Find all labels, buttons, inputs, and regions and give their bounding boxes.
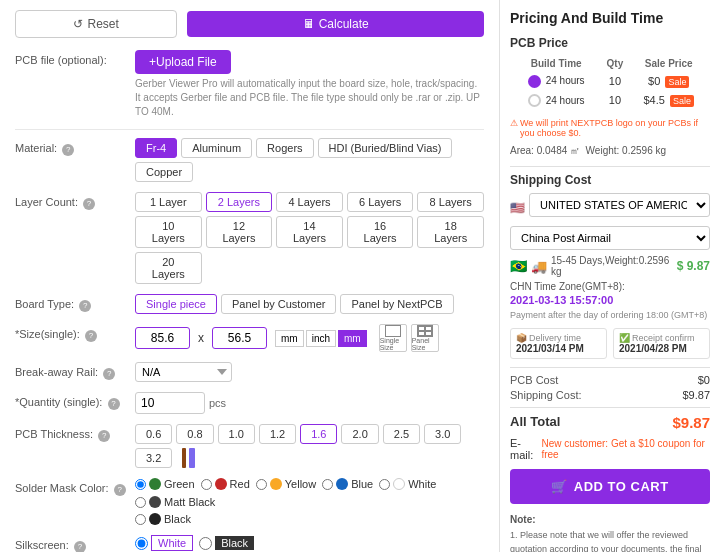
layer-4[interactable]: 4 Layers <box>276 192 343 212</box>
pcs-label: pcs <box>209 397 226 409</box>
material-hdi[interactable]: HDI (Buried/Blind Vias) <box>318 138 453 158</box>
calculate-label: Calculate <box>319 17 369 31</box>
color-blue[interactable]: Blue <box>322 478 373 490</box>
board-single[interactable]: Single piece <box>135 294 217 314</box>
color-red[interactable]: Red <box>201 478 250 490</box>
color-green[interactable]: Green <box>135 478 195 490</box>
thickness-0.6[interactable]: 0.6 <box>135 424 172 444</box>
thickness-label: PCB Thickness: ? <box>15 424 135 442</box>
calculate-button[interactable]: 🖩 Calculate <box>187 11 484 37</box>
shipping-section: Shipping Cost 🇺🇸 UNITED STATES OF AMERIC… <box>510 173 710 359</box>
layer-18[interactable]: 18 Layers <box>417 216 484 248</box>
pcb-cost-value: $0 <box>698 374 710 386</box>
layer-10[interactable]: 10 Layers <box>135 216 202 248</box>
layer-8[interactable]: 8 Layers <box>417 192 484 212</box>
thickness-3.0[interactable]: 3.0 <box>424 424 461 444</box>
all-total-label: All Total <box>510 414 560 431</box>
color-yellow-radio[interactable] <box>256 479 267 490</box>
all-total-row: All Total $9.87 <box>510 414 710 431</box>
unit-mm2-btn[interactable]: mm <box>338 330 367 347</box>
price-row-1[interactable]: 24 hours 10 $0 Sale <box>510 71 710 91</box>
color-yellow[interactable]: Yellow <box>256 478 316 490</box>
layer-20[interactable]: 20 Layers <box>135 252 202 284</box>
solder-mask-row: Solder Mask Color: ? Green Red <box>15 478 484 525</box>
layer-1[interactable]: 1 Layer <box>135 192 202 212</box>
board-panel-customer[interactable]: Panel by Customer <box>221 294 337 314</box>
thickness-1.2[interactable]: 1.2 <box>259 424 296 444</box>
thickness-2.0[interactable]: 2.0 <box>341 424 378 444</box>
layer-6[interactable]: 6 Layers <box>347 192 414 212</box>
color-yellow-circle <box>270 478 282 490</box>
color-black[interactable]: Black <box>135 513 484 525</box>
material-fr4[interactable]: Fr-4 <box>135 138 177 158</box>
toolbar: ↺ Reset 🖩 Calculate <box>15 10 484 38</box>
country-select[interactable]: UNITED STATES OF AMERICA <box>529 193 710 217</box>
silk-black[interactable]: Black <box>199 535 254 551</box>
board-type-label: Board Type: ? <box>15 294 135 312</box>
shipping-cost-label: Shipping Cost: <box>510 389 582 401</box>
quantity-label: *Quantity (single): ? <box>15 392 135 410</box>
layer-12[interactable]: 12 Layers <box>206 216 273 248</box>
reset-button[interactable]: ↺ Reset <box>15 10 177 38</box>
color-blue-radio[interactable] <box>322 479 333 490</box>
color-white-radio[interactable] <box>379 479 390 490</box>
size-height-input[interactable] <box>212 327 267 349</box>
silk-white-radio[interactable] <box>135 537 148 550</box>
material-rogers[interactable]: Rogers <box>256 138 313 158</box>
silk-white[interactable]: White <box>135 535 193 551</box>
thickness-3.2[interactable]: 3.2 <box>135 448 172 468</box>
qty-hint-icon: ? <box>108 398 120 410</box>
area-weight: Area: 0.0484 ㎡ Weight: 0.2596 kg <box>510 144 710 158</box>
color-white[interactable]: White <box>379 478 436 490</box>
layer-2[interactable]: 2 Layers <box>206 192 273 212</box>
thickness-hint-icon: ? <box>98 430 110 442</box>
pcb-price-table: Build Time Qty Sale Price 24 hours 10 $0… <box>510 56 710 110</box>
layer-14[interactable]: 14 Layers <box>276 216 343 248</box>
payment-note: Payment after the day of ordering 18:00 … <box>510 310 710 320</box>
color-matt-black[interactable]: Matt Black <box>135 496 215 508</box>
shipping-method-select[interactable]: China Post Airmail <box>510 226 710 250</box>
solder-mask-label: Solder Mask Color: ? <box>15 478 135 496</box>
upload-button[interactable]: +Upload File <box>135 50 231 74</box>
build-time-2: 24 hours <box>546 95 585 106</box>
thickness-1.6[interactable]: 1.6 <box>300 424 337 444</box>
color-black-radio[interactable] <box>135 514 146 525</box>
color-mattblack-radio[interactable] <box>135 497 146 508</box>
material-aluminum[interactable]: Aluminum <box>181 138 252 158</box>
unit-mm-btn[interactable]: mm <box>275 330 304 347</box>
breakaway-select[interactable]: N/A Left/Right Top/Bottom All Four Sides <box>135 362 232 382</box>
shipping-price: $ 9.87 <box>677 259 710 273</box>
color-blue-circle <box>336 478 348 490</box>
board-type-row: Board Type: ? Single piece Panel by Cust… <box>15 294 484 314</box>
thickness-0.8[interactable]: 0.8 <box>176 424 213 444</box>
breakaway-row: Break-away Rail: ? N/A Left/Right Top/Bo… <box>15 362 484 382</box>
thickness-2.5[interactable]: 2.5 <box>383 424 420 444</box>
price-row-2[interactable]: 24 hours 10 $4.5 Sale <box>510 91 710 111</box>
pcb-file-row: PCB file (optional): +Upload File Gerber… <box>15 50 484 119</box>
board-panel-nextpcb[interactable]: Panel by NextPCB <box>340 294 453 314</box>
size-width-input[interactable] <box>135 327 190 349</box>
breakaway-hint-icon: ? <box>103 368 115 380</box>
material-copper[interactable]: Copper <box>135 162 193 182</box>
delivery-date: 2021/03/14 PM <box>516 343 601 354</box>
layer-16[interactable]: 16 Layers <box>347 216 414 248</box>
silk-black-radio[interactable] <box>199 537 212 550</box>
receipt-date: 2021/04/28 PM <box>619 343 704 354</box>
single-size-icon: Single Size <box>379 324 407 352</box>
breakaway-label: Break-away Rail: ? <box>15 362 135 380</box>
color-green-radio[interactable] <box>135 479 146 490</box>
right-panel-title: Pricing And Build Time <box>510 10 710 26</box>
silk-black-label: Black <box>215 536 254 550</box>
unit-inch-btn[interactable]: inch <box>306 330 336 347</box>
qty-1: 10 <box>602 71 627 91</box>
pcb-cost-label: PCB Cost <box>510 374 558 386</box>
color-red-radio[interactable] <box>201 479 212 490</box>
quantity-row: *Quantity (single): ? pcs <box>15 392 484 414</box>
timezone-info: CHN Time Zone(GMT+8): <box>510 281 710 292</box>
add-to-cart-button[interactable]: 🛒 ADD TO CART <box>510 469 710 504</box>
receipt-box: ✅ Receipt confirm 2021/04/28 PM <box>613 328 710 359</box>
quantity-input[interactable] <box>135 392 205 414</box>
thickness-1.0[interactable]: 1.0 <box>218 424 255 444</box>
price-radio-2[interactable] <box>528 94 541 107</box>
price-radio-1[interactable] <box>528 75 541 88</box>
